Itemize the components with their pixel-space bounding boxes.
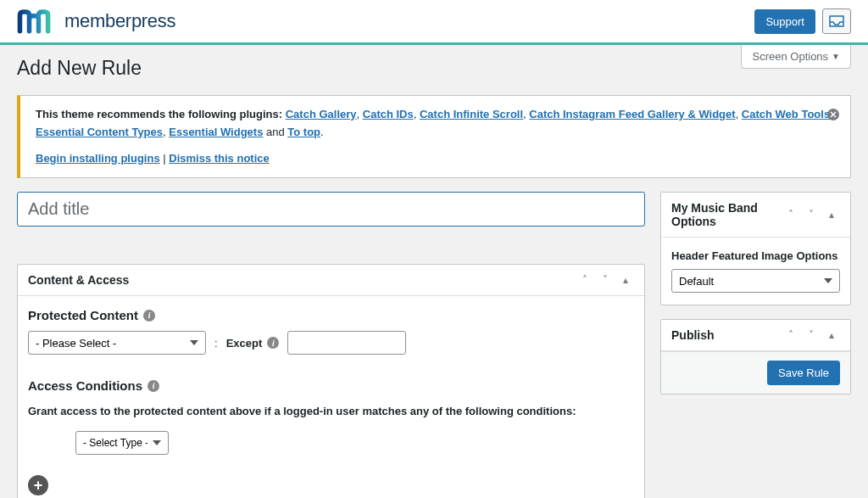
- notice-text: This theme recommends the following plug…: [36, 106, 835, 142]
- info-icon[interactable]: i: [147, 380, 159, 392]
- begin-install-link[interactable]: Begin installing plugins: [36, 152, 160, 165]
- brand-name: memberpress: [64, 10, 175, 32]
- move-down-icon[interactable]: ˅: [803, 209, 820, 221]
- support-button[interactable]: Support: [754, 9, 815, 34]
- protected-content-select[interactable]: - Please Select -: [28, 331, 206, 355]
- toggle-panel-icon[interactable]: ▴: [823, 329, 840, 341]
- access-conditions-label: Access Conditions: [28, 378, 142, 393]
- header-featured-image-label: Header Featured Image Options: [671, 249, 840, 262]
- plugin-link[interactable]: Catch Infinite Scroll: [420, 108, 523, 120]
- notice-prefix: This theme recommends the following plug…: [36, 108, 286, 120]
- move-up-icon[interactable]: ˄: [782, 209, 799, 221]
- protected-content-label: Protected Content: [28, 308, 138, 322]
- plugin-notice: This theme recommends the following plug…: [17, 95, 851, 178]
- toggle-panel-icon[interactable]: ▴: [823, 209, 840, 221]
- save-rule-button[interactable]: Save Rule: [767, 361, 840, 385]
- plugin-link[interactable]: Essential Content Types: [36, 126, 163, 138]
- dismiss-notice-link[interactable]: Dismiss this notice: [169, 152, 269, 165]
- plugin-link[interactable]: Catch Gallery: [286, 108, 357, 120]
- publish-heading: Publish: [671, 328, 715, 342]
- condition-type-select[interactable]: - Select Type -: [75, 431, 169, 455]
- plugin-link[interactable]: To top: [287, 126, 320, 138]
- info-icon[interactable]: i: [267, 337, 279, 349]
- inbox-icon: [829, 15, 844, 27]
- move-up-icon[interactable]: ˄: [782, 329, 799, 341]
- header-featured-image-select[interactable]: Default: [671, 269, 840, 293]
- plugin-link[interactable]: Catch Web Tools: [742, 108, 830, 120]
- inbox-button[interactable]: [822, 8, 851, 34]
- rule-title-input[interactable]: [17, 192, 645, 227]
- access-conditions-hint: Grant access to the protected content ab…: [28, 405, 634, 417]
- memberpress-logo-icon: [17, 8, 58, 34]
- dismiss-notice-icon[interactable]: [826, 104, 840, 129]
- brand-logo: memberpress: [17, 8, 175, 34]
- music-band-options-heading: My Music Band Options: [671, 201, 782, 228]
- screen-options-label: Screen Options: [752, 50, 828, 63]
- move-down-icon[interactable]: ˅: [803, 329, 820, 341]
- plugin-link[interactable]: Catch Instagram Feed Gallery & Widget: [529, 108, 735, 120]
- colon-separator: :: [214, 337, 218, 350]
- caret-down-icon: ▼: [832, 52, 840, 61]
- toggle-panel-icon[interactable]: ▴: [617, 274, 634, 286]
- move-up-icon[interactable]: ˄: [576, 274, 593, 286]
- add-condition-button[interactable]: +: [28, 475, 48, 495]
- info-icon[interactable]: i: [143, 310, 155, 322]
- plugin-link[interactable]: Catch IDs: [363, 108, 414, 120]
- except-input[interactable]: [287, 331, 406, 355]
- content-access-heading: Content & Access: [28, 273, 129, 287]
- except-label: Except: [226, 337, 263, 350]
- page-title: Add New Rule: [17, 45, 851, 88]
- screen-options-tab[interactable]: Screen Options ▼: [741, 45, 851, 69]
- move-down-icon[interactable]: ˅: [597, 274, 614, 286]
- plugin-link[interactable]: Essential Widgets: [169, 126, 263, 138]
